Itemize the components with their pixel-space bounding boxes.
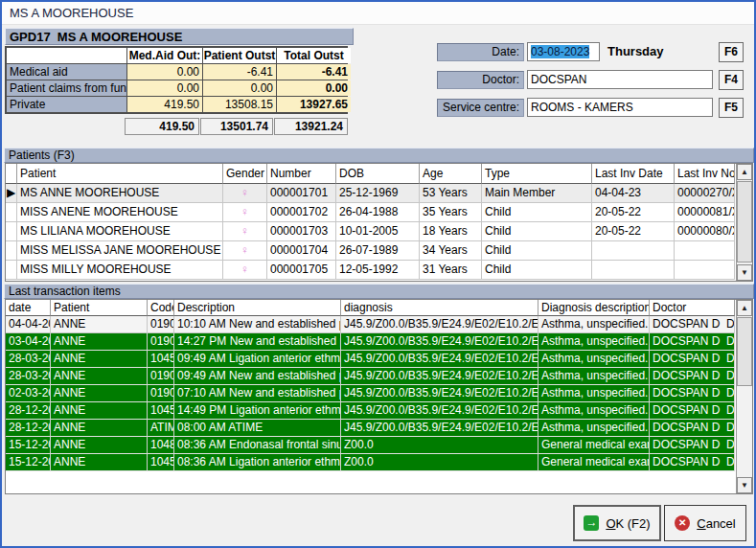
service-centre-input[interactable]: ROOMS - KAMERS: [527, 98, 713, 117]
txn-date-cell[interactable]: 04-04-20: [6, 316, 51, 333]
txn-diagnosis-description-cell[interactable]: Asthma, unspecified...: [538, 368, 650, 385]
patient-last-inv-no-cell[interactable]: [675, 261, 735, 280]
txn-doctor-cell[interactable]: DOCSPAN D DR: [650, 420, 735, 437]
transactions-scroll-thumb[interactable]: [737, 317, 752, 386]
doctor-input[interactable]: DOCSPAN: [527, 70, 713, 89]
txn-doctor-cell[interactable]: DOCSPAN D DR: [650, 437, 735, 454]
doctor-fkey-button[interactable]: F4: [719, 70, 744, 90]
patient-type-cell[interactable]: Child: [482, 241, 592, 261]
patient-dob-cell[interactable]: 10-01-2005: [336, 222, 420, 241]
txn-doctor-cell[interactable]: DOCSPAN D DR: [650, 351, 735, 368]
patients-header-gender[interactable]: Gender: [223, 164, 267, 184]
txn-header-patient[interactable]: Patient: [51, 300, 148, 316]
patients-header-number[interactable]: Number: [267, 164, 336, 184]
txn-diagnosis-cell[interactable]: Z00.0: [341, 454, 538, 471]
transaction-row[interactable]: 28-12-20ANNE104514:49 PM Ligation anteri…: [6, 402, 752, 420]
txn-date-cell[interactable]: 28-12-20: [6, 420, 51, 437]
txn-description-cell[interactable]: 07:10 AM New and established pat: [174, 385, 341, 402]
txn-doctor-cell[interactable]: DOCSPAN D DR: [650, 454, 735, 471]
patient-dob-cell[interactable]: 26-04-1988: [336, 203, 420, 222]
row-selector-icon[interactable]: [6, 241, 17, 261]
txn-date-cell[interactable]: 02-03-20: [6, 385, 51, 402]
patient-name-cell[interactable]: MISS MILLY MOOREHOUSE: [17, 261, 223, 280]
patients-header-type[interactable]: Type: [482, 164, 592, 184]
patient-dob-cell[interactable]: 26-07-1989: [336, 241, 420, 261]
patient-number-cell[interactable]: 000001703: [267, 222, 336, 241]
patients-scrollbar[interactable]: ▲ ▼: [736, 164, 752, 281]
patient-dob-cell[interactable]: 12-05-1992: [336, 261, 420, 280]
patient-last-inv-no-cell[interactable]: 00000270/X: [675, 184, 735, 203]
patient-name-cell[interactable]: MISS MELISSA JANE MOOREHOUSE *** P: [17, 241, 223, 261]
patient-last-inv-date-cell[interactable]: [592, 241, 675, 261]
transaction-row[interactable]: 03-04-20ANNE019014:27 PM New and establi…: [6, 333, 752, 351]
patients-scroll-thumb[interactable]: [737, 181, 752, 263]
txn-diagnosis-description-cell[interactable]: Asthma, unspecified...: [538, 351, 650, 368]
transaction-row[interactable]: 28-03-20ANNE104509:49 AM Ligation anteri…: [6, 351, 752, 368]
patient-type-cell[interactable]: Child: [482, 203, 592, 222]
txn-diagnosis-cell[interactable]: J45.9/Z00.0/B35.9/E24.9/E02/E10.2/E2: [341, 333, 538, 351]
txn-diagnosis-description-cell[interactable]: Asthma, unspecified...: [538, 420, 650, 437]
txn-date-cell[interactable]: 28-03-20: [6, 351, 51, 368]
row-selector-icon[interactable]: [6, 203, 17, 222]
txn-header-diagnosis[interactable]: diagnosis: [341, 300, 538, 316]
patient-last-inv-date-cell[interactable]: 20-05-22: [592, 222, 675, 241]
transaction-row[interactable]: 28-12-20ANNEATIM08:00 AM ATIMEJ45.9/Z00.…: [6, 420, 752, 437]
txn-patient-cell[interactable]: ANNE: [51, 368, 148, 385]
txn-code-cell[interactable]: 1048: [148, 437, 174, 454]
patient-type-cell[interactable]: Child: [482, 261, 592, 280]
txn-diagnosis-cell[interactable]: J45.9/Z00.0/B35.9/E24.9/E02/E10.2/E2: [341, 316, 538, 333]
patient-last-inv-no-cell[interactable]: [675, 241, 735, 261]
txn-diagnosis-cell[interactable]: J45.9/Z00.0/B35.9/E24.9/E02/E10.2/E2: [341, 351, 538, 368]
female-icon[interactable]: ♀: [223, 184, 267, 203]
txn-diagnosis-description-cell[interactable]: General medical examir: [538, 437, 650, 454]
patient-age-cell[interactable]: 31 Years: [420, 261, 482, 280]
female-icon[interactable]: ♀: [223, 241, 267, 261]
date-input[interactable]: 03-08-2023: [527, 42, 600, 61]
txn-doctor-cell[interactable]: DOCSPAN D DR: [650, 316, 735, 333]
txn-description-cell[interactable]: 09:49 AM Ligation anterior ethmoid.: [174, 351, 341, 368]
female-icon[interactable]: ♀: [223, 222, 267, 241]
txn-patient-cell[interactable]: ANNE: [51, 454, 148, 471]
female-icon[interactable]: ♀: [223, 261, 267, 280]
scroll-down-icon[interactable]: ▼: [737, 264, 752, 281]
patients-header-last-inv-no[interactable]: Last Inv No: [675, 164, 735, 184]
transactions-scrollbar[interactable]: ▲ ▼: [736, 300, 752, 493]
txn-diagnosis-cell[interactable]: Z00.0: [341, 437, 538, 454]
row-selector-icon[interactable]: [6, 222, 17, 241]
txn-header-code[interactable]: Code: [148, 300, 174, 316]
patient-row[interactable]: MISS MELISSA JANE MOOREHOUSE *** P♀00000…: [6, 241, 752, 261]
patient-name-cell[interactable]: MISS ANENE MOOREHOUSE: [17, 203, 223, 222]
txn-header-description[interactable]: Description: [174, 300, 341, 316]
txn-date-cell[interactable]: 28-03-20: [6, 368, 51, 385]
row-selector-icon[interactable]: [6, 261, 17, 280]
txn-code-cell[interactable]: 0190: [148, 385, 174, 402]
txn-code-cell[interactable]: 0190: [148, 316, 174, 333]
txn-doctor-cell[interactable]: DOCSPAN D DR: [650, 333, 735, 351]
txn-header-diagnosis-description[interactable]: Diagnosis description: [538, 300, 650, 316]
txn-doctor-cell[interactable]: DOCSPAN D DR: [650, 402, 735, 420]
txn-patient-cell[interactable]: ANNE: [51, 402, 148, 420]
patient-number-cell[interactable]: 000001701: [267, 184, 336, 203]
txn-description-cell[interactable]: 08:36 AM Ligation anterior ethmoid.: [174, 454, 341, 471]
txn-patient-cell[interactable]: ANNE: [51, 351, 148, 368]
txn-diagnosis-description-cell[interactable]: General medical examir: [538, 454, 650, 471]
txn-description-cell[interactable]: 14:27 PM New and established pat: [174, 333, 341, 351]
txn-header-date[interactable]: date: [6, 300, 51, 316]
service-centre-fkey-button[interactable]: F5: [719, 98, 744, 118]
txn-description-cell[interactable]: 10:10 AM New and established pat: [174, 316, 341, 333]
patient-name-cell[interactable]: MS LILIANA MOOREHOUSE: [17, 222, 223, 241]
txn-diagnosis-description-cell[interactable]: Asthma, unspecified...: [538, 316, 650, 333]
patient-type-cell[interactable]: Child: [482, 222, 592, 241]
row-selector-icon[interactable]: ▶: [6, 184, 17, 203]
date-fkey-button[interactable]: F6: [719, 42, 744, 62]
cancel-button[interactable]: ✕ Cancel: [664, 505, 746, 541]
txn-code-cell[interactable]: 0190: [148, 368, 174, 385]
txn-code-cell[interactable]: 1045: [148, 402, 174, 420]
patient-row[interactable]: MISS MILLY MOOREHOUSE♀00000170512-05-199…: [6, 261, 752, 280]
patient-row[interactable]: MISS ANENE MOOREHOUSE♀00000170226-04-198…: [6, 203, 752, 222]
txn-code-cell[interactable]: 0190: [148, 333, 174, 351]
patient-age-cell[interactable]: 34 Years: [420, 241, 482, 261]
txn-doctor-cell[interactable]: DOCSPAN D DR: [650, 368, 735, 385]
txn-diagnosis-description-cell[interactable]: Asthma, unspecified...: [538, 333, 650, 351]
patients-header-age[interactable]: Age: [420, 164, 482, 184]
